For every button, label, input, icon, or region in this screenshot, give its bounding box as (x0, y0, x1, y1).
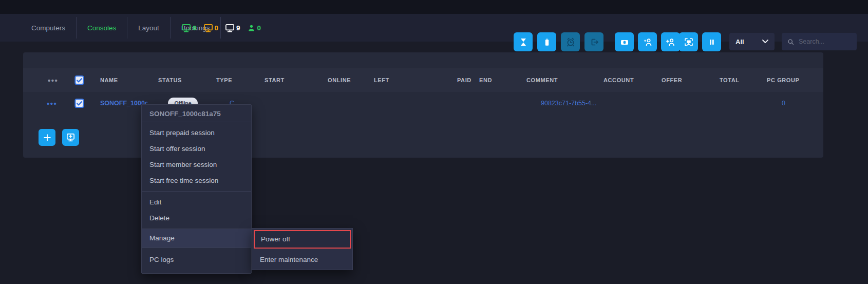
hourglass-icon (518, 37, 529, 47)
tab-computers[interactable]: Computers (21, 24, 76, 32)
user-star-icon (643, 37, 653, 47)
checkbox-checked-icon (74, 75, 84, 85)
row-pc-group-link[interactable]: 0 (782, 100, 785, 107)
header-actions-ellipsis[interactable]: ••• (48, 76, 58, 85)
menu-item-manage[interactable]: Manage (142, 229, 251, 248)
user-add-icon (666, 37, 676, 47)
row-checkbox[interactable] (74, 99, 84, 108)
row-actions-ellipsis[interactable]: ••• (47, 99, 57, 108)
context-menu-title: SONOFF_1000c81a75 (142, 105, 251, 122)
col-total[interactable]: TOTAL (720, 77, 740, 83)
menu-item-pc-logs[interactable]: PC logs (142, 252, 251, 268)
menu-item-delete[interactable]: Delete (142, 210, 251, 226)
row-name-link[interactable]: SONOFF_1000c81a75 (100, 100, 147, 107)
chevron-down-icon (762, 40, 768, 44)
filter-dropdown[interactable]: All (729, 33, 775, 50)
menu-item-start-member-session[interactable]: Start member session (142, 157, 251, 173)
cash-icon (619, 37, 630, 47)
col-comment[interactable]: COMMENT (526, 77, 558, 83)
col-pc-group[interactable]: PC GROUP (767, 77, 799, 83)
checkbox-checked-icon (74, 99, 84, 108)
row-comment-link[interactable]: 90823c71-7b55-4... (541, 100, 596, 107)
screen-frame-button[interactable] (679, 32, 698, 51)
monitor-icon (225, 23, 235, 33)
menu-item-start-offer-session[interactable]: Start offer session (142, 141, 251, 157)
col-end[interactable]: END (479, 77, 492, 83)
user-star-button[interactable] (638, 32, 657, 51)
cash-button[interactable] (615, 32, 634, 51)
toolbar: Computers Consoles Layout Bookings 0 0 (0, 14, 868, 42)
search-box (782, 33, 857, 50)
submenu-item-enter-maintenance[interactable]: Enter maintenance (252, 250, 352, 270)
add-console-button[interactable] (39, 129, 55, 146)
menu-section-logs: PC logs (142, 248, 251, 273)
search-input[interactable] (799, 38, 852, 45)
col-left[interactable]: LEFT (374, 77, 389, 83)
sign-out-button[interactable] (584, 32, 603, 51)
add-host-button[interactable] (62, 129, 79, 146)
menu-item-start-free-time-session[interactable]: Start free time session (142, 173, 251, 188)
col-status[interactable]: STATUS (158, 77, 182, 83)
menu-section-edit: Edit Delete (142, 192, 251, 229)
counter-value: 9 (236, 24, 240, 32)
monitor-plus-icon (66, 132, 76, 142)
counter-value: 0 (193, 24, 197, 32)
counter-users: 0 (247, 24, 261, 32)
pause-icon (707, 37, 717, 47)
select-all-checkbox[interactable] (74, 75, 84, 85)
screen-frame-icon (684, 37, 694, 47)
col-name[interactable]: NAME (100, 77, 118, 83)
status-counters: 0 0 9 0 (181, 14, 261, 42)
menu-item-edit[interactable]: Edit (142, 194, 251, 210)
pause-button[interactable] (702, 32, 721, 51)
hourglass-button[interactable] (514, 32, 533, 51)
top-strip (0, 0, 868, 14)
counter-offline: 9 (225, 23, 240, 33)
counter-value: 0 (215, 24, 219, 32)
counter-available: 0 (181, 23, 197, 33)
monitor-icon (181, 23, 191, 33)
col-paid[interactable]: PAID (457, 77, 471, 83)
menu-item-start-prepaid-session[interactable]: Start prepaid session (142, 125, 251, 141)
col-offer[interactable]: OFFER (662, 77, 682, 83)
alarm-clock-button[interactable] (561, 32, 580, 51)
counter-warning: 0 (203, 23, 219, 33)
counter-value: 0 (257, 24, 261, 32)
col-start[interactable]: START (265, 77, 285, 83)
battery-icon (542, 37, 552, 47)
menu-section-sessions: Start prepaid session Start offer sessio… (142, 122, 251, 191)
filter-value: All (735, 38, 744, 46)
context-menu: SONOFF_1000c81a75 Start prepaid session … (141, 104, 252, 274)
tab-consoles[interactable]: Consoles (77, 24, 127, 32)
alarm-clock-icon (565, 37, 576, 47)
user-add-button[interactable] (661, 32, 680, 51)
search-icon (787, 38, 795, 46)
tab-layout[interactable]: Layout (127, 24, 170, 32)
col-type[interactable]: TYPE (216, 77, 232, 83)
user-icon (247, 24, 256, 32)
col-account[interactable]: ACCOUNT (603, 77, 634, 83)
manage-submenu: Power off Enter maintenance (252, 228, 353, 270)
plus-icon (43, 133, 52, 142)
monitor-icon (203, 23, 213, 33)
col-online[interactable]: ONLINE (328, 77, 351, 83)
submenu-item-power-off[interactable]: Power off (254, 230, 351, 249)
sign-out-icon (589, 37, 599, 47)
table-header-row: ••• NAME STATUS TYPE START ONLINE LEFT P… (23, 68, 823, 92)
battery-button[interactable] (537, 32, 556, 51)
